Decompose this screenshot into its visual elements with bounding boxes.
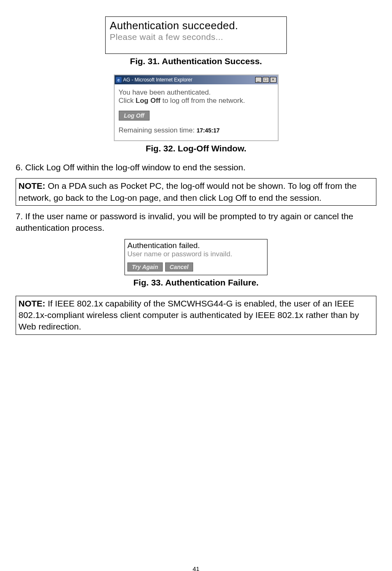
close-button[interactable]: × — [270, 77, 277, 83]
fig31-caption: Fig. 31. Authentication Success. — [16, 56, 376, 66]
fig33-caption: Fig. 33. Authentication Failure. — [16, 278, 376, 288]
logoff-instruction: Click Log Off to log off from the networ… — [119, 97, 274, 105]
logoff-window: e AG - Microsoft Internet Explorer _ □ ×… — [114, 74, 279, 141]
note2-text: If IEEE 802.1x capability of the SMCWHSG… — [18, 299, 359, 332]
authenticated-text: You have been authenticated. — [119, 88, 274, 97]
note-box-1: NOTE: On a PDA such as Pocket PC, the lo… — [16, 178, 376, 206]
cancel-button[interactable]: Cancel — [165, 262, 193, 272]
note1-label: NOTE: — [18, 181, 45, 190]
logoff-window-body: You have been authenticated. Click Log O… — [115, 84, 278, 140]
window-titlebar: e AG - Microsoft Internet Explorer _ □ × — [115, 75, 278, 84]
auth-failed-title: Authentication failed. — [127, 241, 265, 250]
note2-label: NOTE: — [18, 299, 45, 308]
window-title: AG - Microsoft Internet Explorer — [123, 77, 255, 83]
step-6-text: 6. Click Log Off within the log-off wind… — [16, 162, 376, 173]
auth-success-title: Authentication succeeded. — [110, 19, 282, 32]
session-label: Remaining session time: — [119, 126, 197, 134]
logoff-bold: Log Off — [136, 97, 160, 104]
maximize-button[interactable]: □ — [263, 77, 269, 83]
auth-failed-box: Authentication failed. User name or pass… — [125, 239, 267, 275]
session-time-line: Remaining session time: 17:45:17 — [119, 126, 274, 135]
logoff-instruction-post: to log off from the network. — [160, 97, 245, 104]
try-again-button[interactable]: Try Again — [127, 262, 163, 272]
note-box-2: NOTE: If IEEE 802.1x capability of the S… — [16, 296, 376, 335]
note1-text: On a PDA such as Pocket PC, the log-off … — [18, 181, 357, 202]
step-7-text: 7. If the user name or password is inval… — [16, 211, 376, 234]
session-time-value: 17:45:17 — [196, 127, 219, 134]
ie-icon: e — [116, 77, 122, 83]
auth-success-subtitle: Please wait a few seconds... — [110, 32, 282, 42]
logoff-button[interactable]: Log Off — [119, 111, 150, 121]
fig32-caption: Fig. 32. Log-Off Window. — [16, 144, 376, 153]
minimize-button[interactable]: _ — [255, 77, 262, 83]
auth-success-box: Authentication succeeded. Please wait a … — [105, 16, 287, 54]
auth-failed-subtitle: User name or password is invaild. — [127, 250, 265, 258]
page-number: 41 — [16, 565, 376, 571]
logoff-instruction-pre: Click — [119, 97, 136, 104]
